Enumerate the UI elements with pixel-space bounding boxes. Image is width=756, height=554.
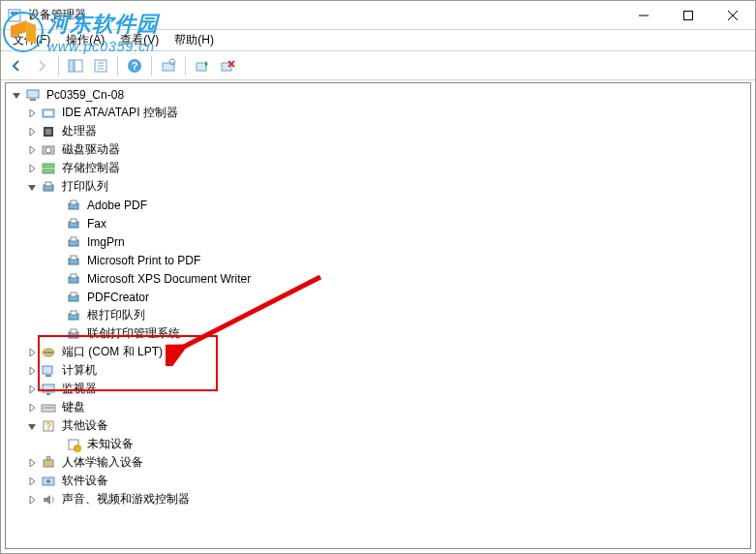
svg-point-27 xyxy=(45,147,51,153)
menubar: 文件(F) 操作(A) 查看(V) 帮助(H) xyxy=(1,30,755,51)
update-driver-button[interactable] xyxy=(191,54,214,77)
tree-item-label: 端口 (COM 和 LPT) xyxy=(60,343,165,361)
tree-item[interactable]: IDE ATA/ATAPI 控制器 xyxy=(6,104,750,122)
svg-rect-63 xyxy=(44,460,53,467)
printer-icon xyxy=(66,290,81,305)
svg-rect-52 xyxy=(43,366,52,374)
tree-item-label: 打印队列 xyxy=(60,177,110,196)
other-icon: ? xyxy=(41,418,56,434)
tree-item[interactable]: 键盘 xyxy=(6,398,750,416)
tree-child-item[interactable]: 联创打印管理系统 xyxy=(6,324,750,343)
tree-child-item[interactable]: Fax xyxy=(6,214,750,232)
menu-view[interactable]: 查看(V) xyxy=(112,30,166,50)
tree-item[interactable]: 存储控制器 xyxy=(6,159,750,177)
cpu-icon xyxy=(41,124,56,139)
tree-item[interactable]: 计算机 xyxy=(6,361,750,380)
svg-point-50 xyxy=(47,352,49,354)
tree-child-item[interactable]: 根打印队列 xyxy=(6,306,750,324)
svg-text:?: ? xyxy=(132,60,138,72)
tree-root[interactable]: Pc0359_Cn-08 xyxy=(6,85,750,104)
tree-item-label: 计算机 xyxy=(60,361,99,380)
tree-child-item[interactable]: !未知设备 xyxy=(6,435,750,453)
tree-child-label: Fax xyxy=(85,216,108,231)
tree-item-label: 监视器 xyxy=(60,380,99,398)
device-tree[interactable]: Pc0359_Cn-08IDE ATA/ATAPI 控制器处理器磁盘驱动器存储控… xyxy=(5,82,751,549)
svg-rect-16 xyxy=(197,63,206,71)
back-button[interactable] xyxy=(5,54,28,77)
show-hide-tree-button[interactable] xyxy=(64,54,87,77)
chevron-right-icon[interactable] xyxy=(25,493,39,507)
svg-point-64 xyxy=(46,456,50,460)
svg-rect-37 xyxy=(71,237,76,241)
svg-rect-0 xyxy=(9,10,20,21)
tree-item[interactable]: 磁盘驱动器 xyxy=(6,140,750,159)
tree-item[interactable]: 端口 (COM 和 LPT) xyxy=(6,343,750,361)
svg-rect-31 xyxy=(45,182,51,186)
tree-child-item[interactable]: Microsoft XPS Document Writer xyxy=(6,269,750,288)
svg-rect-21 xyxy=(30,99,36,101)
tree-child-item[interactable]: Adobe PDF xyxy=(6,196,750,214)
help-button[interactable]: ? xyxy=(123,54,146,77)
forward-button[interactable] xyxy=(30,54,53,77)
tree-item[interactable]: ?其他设备 xyxy=(6,416,750,435)
tree-child-label: PDFCreator xyxy=(85,290,151,305)
storage-icon xyxy=(41,161,56,176)
chevron-right-icon[interactable] xyxy=(25,346,39,359)
tree-item[interactable]: 监视器 xyxy=(6,380,750,398)
uninstall-button[interactable] xyxy=(216,54,239,77)
chevron-right-icon[interactable] xyxy=(25,383,39,396)
chevron-right-icon[interactable] xyxy=(25,125,39,138)
svg-rect-43 xyxy=(71,292,76,296)
tree-child-item[interactable]: ImgPrn xyxy=(6,232,750,251)
scan-button[interactable] xyxy=(157,54,180,77)
chevron-right-icon[interactable] xyxy=(25,401,39,415)
svg-rect-41 xyxy=(71,274,76,278)
unknown-icon: ! xyxy=(66,437,81,452)
printer-icon xyxy=(66,271,81,287)
svg-rect-53 xyxy=(45,375,51,377)
chevron-right-icon[interactable] xyxy=(25,162,39,175)
pc-icon xyxy=(41,363,56,379)
computer-icon xyxy=(25,87,41,103)
svg-rect-14 xyxy=(163,63,174,71)
svg-rect-39 xyxy=(71,256,76,260)
tree-child-label: 未知设备 xyxy=(85,435,136,453)
svg-rect-3 xyxy=(684,11,693,19)
minimize-button[interactable] xyxy=(621,1,666,30)
chevron-down-icon[interactable] xyxy=(25,180,39,194)
properties-button[interactable] xyxy=(89,54,112,77)
svg-rect-47 xyxy=(71,329,76,333)
tree-item[interactable]: 人体学输入设备 xyxy=(6,453,750,472)
svg-rect-35 xyxy=(71,219,76,223)
menu-action[interactable]: 操作(A) xyxy=(58,30,112,50)
menu-file[interactable]: 文件(F) xyxy=(5,30,58,50)
printer-icon xyxy=(66,234,81,250)
menu-help[interactable]: 帮助(H) xyxy=(166,30,222,50)
chevron-right-icon[interactable] xyxy=(25,143,39,157)
tree-item[interactable]: 软件设备 xyxy=(6,472,750,490)
chevron-right-icon[interactable] xyxy=(25,107,39,120)
tree-child-item[interactable]: PDFCreator xyxy=(6,288,750,306)
tree-item-label: 处理器 xyxy=(60,122,99,140)
printer-icon xyxy=(66,326,81,342)
tree-item-label: 声音、视频和游戏控制器 xyxy=(60,490,192,508)
chevron-right-icon[interactable] xyxy=(25,364,39,378)
svg-rect-7 xyxy=(75,60,82,72)
tree-item[interactable]: 声音、视频和游戏控制器 xyxy=(6,490,750,508)
svg-point-51 xyxy=(50,352,52,354)
soft-icon xyxy=(41,474,56,489)
chevron-down-icon[interactable] xyxy=(10,88,23,102)
tree-item[interactable]: 打印队列 xyxy=(6,177,750,196)
chevron-down-icon[interactable] xyxy=(25,419,39,433)
tree-item-label: 人体学输入设备 xyxy=(60,453,145,472)
chevron-right-icon[interactable] xyxy=(25,456,39,470)
tree-item-label: 磁盘驱动器 xyxy=(60,140,122,159)
svg-text:?: ? xyxy=(45,421,51,432)
tree-item[interactable]: 处理器 xyxy=(6,122,750,140)
chevron-right-icon[interactable] xyxy=(25,475,39,488)
svg-point-66 xyxy=(46,479,50,483)
close-button[interactable] xyxy=(711,1,755,30)
app-icon xyxy=(7,8,22,23)
tree-child-item[interactable]: Microsoft Print to PDF xyxy=(6,251,750,269)
maximize-button[interactable] xyxy=(666,1,711,30)
